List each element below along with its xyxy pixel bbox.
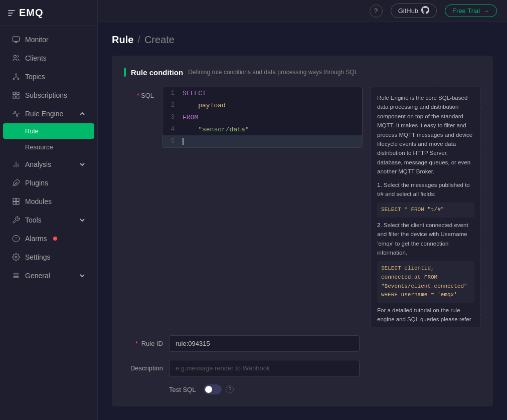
modules-icon [12, 197, 20, 205]
section-header: Rule condition Defining rule conditions … [124, 68, 481, 77]
sidebar-label-monitor: Monitor [25, 36, 49, 44]
sidebar-item-tools[interactable]: Tools [3, 211, 94, 229]
sidebar-label-analysis: Analysis [25, 160, 51, 168]
sidebar-item-analysis[interactable]: Analysis [3, 155, 94, 173]
sidebar-subitem-rule[interactable]: Rule [3, 123, 94, 139]
rule-id-row: * Rule ID [124, 335, 481, 352]
svg-rect-22 [17, 202, 19, 204]
sidebar-item-subscriptions[interactable]: Subscriptions [3, 86, 94, 104]
svg-rect-21 [13, 202, 16, 204]
sidebar-subitem-resource-label: Resource [25, 143, 53, 151]
svg-line-8 [14, 77, 16, 78]
sql-editor-row: *SQL 1 SELECT 2 payload [124, 87, 481, 327]
svg-line-9 [16, 77, 19, 78]
sidebar-item-rule-engine[interactable]: Rule Engine [3, 105, 94, 123]
sidebar-label-plugins: Plugins [25, 179, 48, 187]
sidebar-item-plugins[interactable]: Plugins [3, 174, 94, 192]
help-intro: Rule Engine is the core SQL-based data p… [377, 93, 474, 176]
description-row: Description [124, 360, 481, 376]
sql-editor[interactable]: 1 SELECT 2 payload 3 FROM [162, 87, 363, 148]
required-star: * [137, 92, 139, 99]
section-title: Rule condition [131, 68, 183, 77]
svg-point-3 [14, 55, 16, 58]
chevron-up-icon [79, 111, 85, 117]
github-icon [421, 6, 429, 16]
sidebar-label-alarms: Alarms [25, 235, 47, 243]
section-bar-accent [124, 68, 126, 77]
github-button[interactable]: GitHub [391, 4, 437, 18]
sidebar-item-settings[interactable]: Settings [3, 248, 94, 266]
page-content: Rule / Create Rule condition Defining ru… [98, 22, 507, 420]
sidebar-label-tools: Tools [25, 216, 42, 224]
chevron-down-icon-tools [79, 217, 85, 223]
section-subtitle: Defining rule conditions and data proces… [188, 69, 358, 76]
main-area: ? GitHub Free Trial → Rule / Create Rule… [98, 0, 507, 420]
analysis-icon [12, 160, 20, 168]
logo-icon: EMQ [8, 7, 44, 19]
sidebar-item-topics[interactable]: Topics [3, 68, 94, 86]
test-sql-row: Test SQL ? [169, 384, 481, 394]
help-example2-title: 2. Select the client connected event and… [377, 221, 474, 258]
breadcrumb-sub: Create [144, 34, 175, 46]
sidebar-label-rule-engine: Rule Engine [25, 110, 63, 118]
freetrial-button[interactable]: Free Trial → [445, 5, 497, 17]
description-input[interactable] [169, 360, 360, 376]
sidebar-item-general[interactable]: General [3, 267, 94, 285]
svg-point-26 [15, 256, 17, 258]
help-button[interactable]: ? [370, 5, 383, 18]
rule-condition-card: Rule condition Defining rule conditions … [112, 56, 493, 406]
svg-rect-0 [13, 37, 19, 41]
freetrial-label: Free Trial [452, 7, 480, 15]
sidebar-item-monitor[interactable]: Monitor [3, 31, 94, 49]
plugins-icon [12, 179, 20, 187]
cursor [183, 138, 184, 145]
sidebar-label-general: General [25, 272, 50, 280]
sidebar-nav: Monitor Clients Topics [0, 26, 97, 420]
svg-rect-19 [13, 198, 16, 201]
sidebar-item-clients[interactable]: Clients [3, 49, 94, 67]
tools-icon [12, 216, 20, 224]
settings-icon [12, 253, 20, 261]
sql-editor-container: 1 SELECT 2 payload 3 FROM [162, 87, 363, 148]
help-code-2: SELECT clientid, connected_at FROM "$eve… [377, 261, 474, 302]
sidebar-label-clients: Clients [25, 54, 47, 62]
logo-bars-icon [8, 10, 15, 16]
alarms-badge [53, 237, 57, 241]
svg-point-5 [13, 78, 15, 80]
chevron-down-icon-analysis [79, 161, 85, 167]
sidebar-label-modules: Modules [25, 197, 52, 205]
chevron-down-icon-general [79, 273, 85, 279]
help-link[interactable]: EMQX Documentation [384, 326, 441, 327]
sidebar-label-settings: Settings [25, 253, 51, 261]
github-label: GitHub [398, 7, 418, 15]
sql-label: *SQL [137, 92, 154, 99]
help-footer: For a detailed tutorial on the rule engi… [377, 306, 474, 327]
monitor-icon [12, 36, 20, 44]
editor-line-3: 3 FROM [162, 111, 362, 123]
sidebar-label-subscriptions: Subscriptions [25, 91, 67, 99]
test-sql-help-button[interactable]: ? [226, 385, 234, 393]
svg-rect-10 [13, 92, 16, 95]
sidebar: EMQ Monitor Clients [0, 0, 98, 420]
test-sql-label: Test SQL [169, 386, 196, 393]
svg-rect-13 [17, 96, 19, 98]
editor-line-2: 2 payload [162, 99, 362, 111]
general-icon [12, 272, 20, 280]
clients-icon [12, 54, 20, 62]
test-sql-toggle[interactable] [204, 384, 222, 394]
subscriptions-icon [12, 91, 20, 99]
rule-id-input[interactable] [169, 335, 360, 352]
topbar: ? GitHub Free Trial → [98, 0, 507, 22]
sidebar-subitem-resource[interactable]: Resource [3, 139, 94, 155]
help-icon: ? [374, 7, 378, 15]
svg-rect-12 [13, 96, 16, 98]
svg-point-6 [18, 78, 19, 80]
editor-line-1: 1 SELECT [162, 87, 362, 99]
logo-text: EMQ [19, 7, 44, 19]
sidebar-label-topics: Topics [25, 73, 45, 81]
sidebar-item-alarms[interactable]: Alarms [3, 230, 94, 248]
description-label: Description [124, 364, 169, 372]
editor-line-5: 5 [162, 135, 362, 147]
sidebar-item-modules[interactable]: Modules [3, 192, 94, 211]
alarms-icon [12, 235, 20, 243]
